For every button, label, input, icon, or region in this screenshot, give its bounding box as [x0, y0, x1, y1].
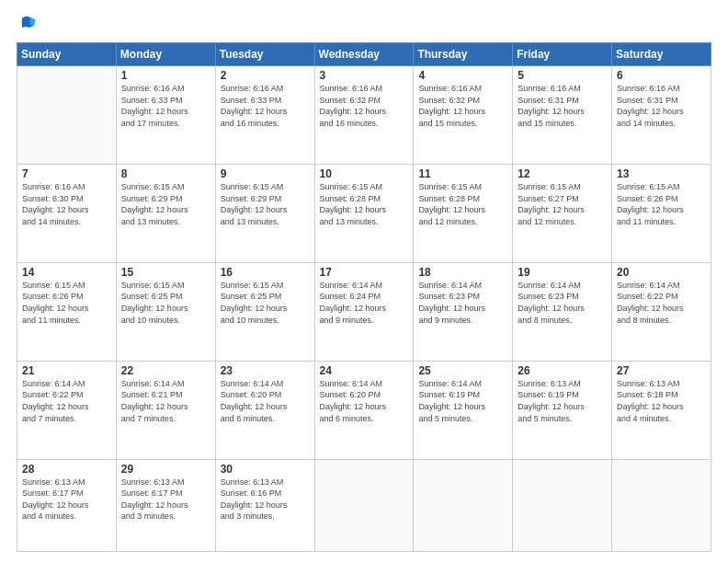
day-number: 30 — [221, 463, 310, 476]
day-info: Sunrise: 6:14 AM Sunset: 6:22 PM Dayligh… — [617, 280, 706, 326]
day-number: 21 — [22, 364, 111, 377]
day-info: Sunrise: 6:14 AM Sunset: 6:20 PM Dayligh… — [221, 378, 310, 424]
calendar-cell: 11Sunrise: 6:15 AM Sunset: 6:28 PM Dayli… — [414, 164, 513, 262]
day-info: Sunrise: 6:14 AM Sunset: 6:20 PM Dayligh… — [320, 378, 409, 424]
day-number: 20 — [617, 266, 706, 279]
day-number: 11 — [418, 167, 507, 180]
day-number: 25 — [418, 364, 507, 377]
day-number: 28 — [22, 463, 111, 476]
calendar-cell: 3Sunrise: 6:16 AM Sunset: 6:32 PM Daylig… — [314, 66, 414, 165]
day-info: Sunrise: 6:14 AM Sunset: 6:19 PM Dayligh… — [418, 378, 507, 424]
day-info: Sunrise: 6:13 AM Sunset: 6:17 PM Dayligh… — [22, 477, 111, 523]
calendar-cell: 16Sunrise: 6:15 AM Sunset: 6:25 PM Dayli… — [215, 262, 314, 361]
calendar-cell: 12Sunrise: 6:15 AM Sunset: 6:27 PM Dayli… — [513, 164, 612, 262]
calendar-cell: 5Sunrise: 6:16 AM Sunset: 6:31 PM Daylig… — [513, 66, 612, 165]
day-number: 27 — [617, 364, 706, 377]
day-info: Sunrise: 6:15 AM Sunset: 6:28 PM Dayligh… — [320, 181, 409, 227]
calendar-cell: 30Sunrise: 6:13 AM Sunset: 6:16 PM Dayli… — [215, 459, 314, 551]
day-number: 23 — [221, 364, 310, 377]
day-number: 14 — [22, 266, 111, 279]
calendar-cell: 8Sunrise: 6:15 AM Sunset: 6:29 PM Daylig… — [116, 164, 215, 262]
calendar-cell — [513, 459, 612, 551]
day-info: Sunrise: 6:14 AM Sunset: 6:24 PM Dayligh… — [320, 280, 409, 326]
calendar-cell: 10Sunrise: 6:15 AM Sunset: 6:28 PM Dayli… — [314, 164, 414, 262]
day-number: 2 — [221, 69, 310, 82]
day-info: Sunrise: 6:15 AM Sunset: 6:28 PM Dayligh… — [418, 181, 507, 227]
day-number: 4 — [418, 69, 507, 82]
day-info: Sunrise: 6:14 AM Sunset: 6:21 PM Dayligh… — [121, 378, 210, 424]
calendar-cell: 24Sunrise: 6:14 AM Sunset: 6:20 PM Dayli… — [314, 361, 414, 459]
day-number: 18 — [418, 266, 507, 279]
day-info: Sunrise: 6:15 AM Sunset: 6:26 PM Dayligh… — [22, 280, 111, 326]
calendar-cell: 6Sunrise: 6:16 AM Sunset: 6:31 PM Daylig… — [612, 66, 711, 165]
day-info: Sunrise: 6:14 AM Sunset: 6:23 PM Dayligh… — [418, 280, 507, 326]
calendar-header-tuesday: Tuesday — [215, 43, 314, 66]
calendar-cell: 23Sunrise: 6:14 AM Sunset: 6:20 PM Dayli… — [215, 361, 314, 459]
calendar-cell: 28Sunrise: 6:13 AM Sunset: 6:17 PM Dayli… — [17, 459, 117, 551]
calendar-header-row: SundayMondayTuesdayWednesdayThursdayFrid… — [17, 43, 711, 66]
day-number: 10 — [320, 167, 409, 180]
calendar-header-wednesday: Wednesday — [314, 43, 414, 66]
day-number: 15 — [121, 266, 210, 279]
day-number: 7 — [22, 167, 111, 180]
day-info: Sunrise: 6:13 AM Sunset: 6:17 PM Dayligh… — [121, 477, 210, 523]
calendar-week-row: 7Sunrise: 6:16 AM Sunset: 6:30 PM Daylig… — [17, 164, 711, 262]
day-number: 17 — [320, 266, 409, 279]
day-number: 5 — [518, 69, 607, 82]
day-number: 3 — [320, 69, 409, 82]
day-number: 29 — [121, 463, 210, 476]
calendar-cell — [17, 66, 117, 165]
calendar-header-monday: Monday — [116, 43, 215, 66]
day-info: Sunrise: 6:16 AM Sunset: 6:31 PM Dayligh… — [518, 83, 607, 129]
calendar-header-friday: Friday — [513, 43, 612, 66]
day-info: Sunrise: 6:15 AM Sunset: 6:25 PM Dayligh… — [221, 280, 310, 326]
calendar-cell: 4Sunrise: 6:16 AM Sunset: 6:32 PM Daylig… — [414, 66, 513, 165]
day-info: Sunrise: 6:15 AM Sunset: 6:27 PM Dayligh… — [518, 181, 607, 227]
day-number: 26 — [518, 364, 607, 377]
day-number: 9 — [221, 167, 310, 180]
day-info: Sunrise: 6:15 AM Sunset: 6:26 PM Dayligh… — [617, 181, 706, 227]
calendar-cell: 25Sunrise: 6:14 AM Sunset: 6:19 PM Dayli… — [414, 361, 513, 459]
calendar-cell — [414, 459, 513, 551]
calendar-cell: 19Sunrise: 6:14 AM Sunset: 6:23 PM Dayli… — [513, 262, 612, 361]
calendar-cell: 22Sunrise: 6:14 AM Sunset: 6:21 PM Dayli… — [116, 361, 215, 459]
day-number: 19 — [518, 266, 607, 279]
calendar-header-sunday: Sunday — [17, 43, 117, 66]
calendar-week-row: 14Sunrise: 6:15 AM Sunset: 6:26 PM Dayli… — [17, 262, 711, 361]
day-number: 6 — [617, 69, 706, 82]
day-number: 13 — [617, 167, 706, 180]
calendar-header-thursday: Thursday — [414, 43, 513, 66]
day-info: Sunrise: 6:13 AM Sunset: 6:16 PM Dayligh… — [221, 477, 310, 523]
calendar-cell: 27Sunrise: 6:13 AM Sunset: 6:18 PM Dayli… — [612, 361, 711, 459]
calendar-week-row: 21Sunrise: 6:14 AM Sunset: 6:22 PM Dayli… — [17, 361, 711, 459]
day-number: 12 — [518, 167, 607, 180]
day-info: Sunrise: 6:13 AM Sunset: 6:19 PM Dayligh… — [518, 378, 607, 424]
day-info: Sunrise: 6:16 AM Sunset: 6:33 PM Dayligh… — [221, 83, 310, 129]
day-info: Sunrise: 6:14 AM Sunset: 6:22 PM Dayligh… — [22, 378, 111, 424]
calendar-cell: 1Sunrise: 6:16 AM Sunset: 6:33 PM Daylig… — [116, 66, 215, 165]
day-info: Sunrise: 6:15 AM Sunset: 6:29 PM Dayligh… — [221, 181, 310, 227]
day-number: 1 — [121, 69, 210, 82]
calendar-cell — [612, 459, 711, 551]
day-info: Sunrise: 6:16 AM Sunset: 6:30 PM Dayligh… — [22, 181, 111, 227]
day-number: 16 — [221, 266, 310, 279]
calendar-cell: 15Sunrise: 6:15 AM Sunset: 6:25 PM Dayli… — [116, 262, 215, 361]
header — [17, 17, 711, 33]
calendar-week-row: 1Sunrise: 6:16 AM Sunset: 6:33 PM Daylig… — [17, 66, 711, 165]
calendar-cell: 26Sunrise: 6:13 AM Sunset: 6:19 PM Dayli… — [513, 361, 612, 459]
calendar-table: SundayMondayTuesdayWednesdayThursdayFrid… — [17, 42, 711, 552]
day-info: Sunrise: 6:16 AM Sunset: 6:33 PM Dayligh… — [121, 83, 210, 129]
calendar-cell: 17Sunrise: 6:14 AM Sunset: 6:24 PM Dayli… — [314, 262, 414, 361]
calendar-header-saturday: Saturday — [612, 43, 711, 66]
day-info: Sunrise: 6:16 AM Sunset: 6:32 PM Dayligh… — [320, 83, 409, 129]
calendar-cell: 21Sunrise: 6:14 AM Sunset: 6:22 PM Dayli… — [17, 361, 117, 459]
calendar-cell: 7Sunrise: 6:16 AM Sunset: 6:30 PM Daylig… — [17, 164, 117, 262]
calendar-cell: 20Sunrise: 6:14 AM Sunset: 6:22 PM Dayli… — [612, 262, 711, 361]
day-info: Sunrise: 6:16 AM Sunset: 6:32 PM Dayligh… — [418, 83, 507, 129]
calendar-cell: 29Sunrise: 6:13 AM Sunset: 6:17 PM Dayli… — [116, 459, 215, 551]
calendar-cell: 13Sunrise: 6:15 AM Sunset: 6:26 PM Dayli… — [612, 164, 711, 262]
day-info: Sunrise: 6:15 AM Sunset: 6:25 PM Dayligh… — [121, 280, 210, 326]
day-info: Sunrise: 6:14 AM Sunset: 6:23 PM Dayligh… — [518, 280, 607, 326]
calendar-cell: 14Sunrise: 6:15 AM Sunset: 6:26 PM Dayli… — [17, 262, 117, 361]
day-info: Sunrise: 6:13 AM Sunset: 6:18 PM Dayligh… — [617, 378, 706, 424]
